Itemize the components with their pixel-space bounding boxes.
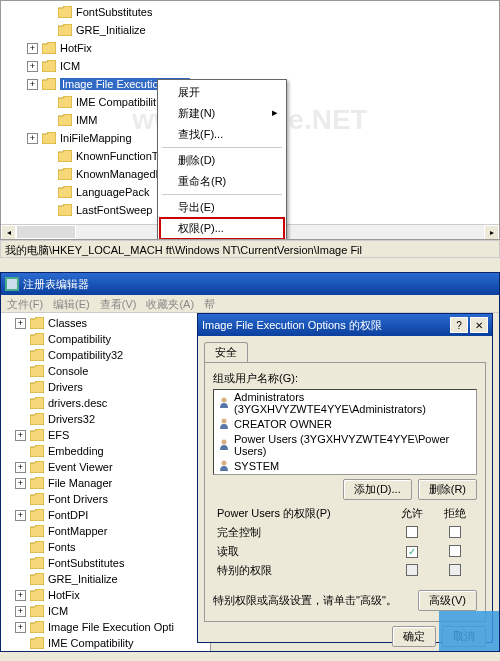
ok-button[interactable]: 确定 <box>392 626 436 647</box>
table-row: 特别的权限 <box>213 561 477 580</box>
tree-label: IME Compatibilit <box>76 96 156 108</box>
expand-toggle[interactable]: + <box>27 79 38 90</box>
tree-item[interactable]: FontSubstitutes <box>5 555 206 571</box>
expand-toggle[interactable]: + <box>27 61 38 72</box>
tree-item[interactable]: Compatibility32 <box>5 347 206 363</box>
tree-item[interactable]: Drivers <box>5 379 206 395</box>
expand-toggle[interactable]: + <box>15 606 26 617</box>
user-icon <box>218 417 230 431</box>
deny-checkbox[interactable] <box>449 545 461 557</box>
tree-item[interactable]: Console <box>5 363 206 379</box>
tree-item[interactable]: +Image File Execution Opti <box>5 619 206 635</box>
folder-icon <box>58 150 72 162</box>
tree-label: Fonts <box>48 541 76 553</box>
menu-item[interactable]: 权限(P)... <box>160 218 284 239</box>
table-row: 完全控制 <box>213 523 477 542</box>
tree-item[interactable]: +FontDPI <box>5 507 206 523</box>
title-bar[interactable]: 注册表编辑器 <box>1 273 499 295</box>
tree-label: FontMapper <box>48 525 107 537</box>
tree-label: FontDPI <box>48 509 88 521</box>
group-users-label: 组或用户名称(G): <box>213 371 477 386</box>
tree-item[interactable]: Drivers32 <box>5 411 206 427</box>
menu[interactable]: 查看(V) <box>100 297 137 310</box>
list-item[interactable]: SYSTEM <box>214 458 476 474</box>
col-allow: 允许 <box>390 504 434 523</box>
tree-item[interactable]: +HotFix <box>5 39 495 57</box>
tree-item[interactable]: +Classes <box>5 315 206 331</box>
list-item[interactable]: Users (3YGXHVYZWTE4YYE\Users) <box>214 474 476 475</box>
tree-label: Drivers <box>48 381 83 393</box>
tree-item[interactable]: +ICM <box>5 57 495 75</box>
tree-item[interactable]: +File Manager <box>5 475 206 491</box>
remove-button[interactable]: 删除(R) <box>418 479 477 500</box>
tree-label: FontSubstitutes <box>76 6 152 18</box>
dialog-title-bar[interactable]: Image File Execution Options 的权限 ? ✕ <box>198 314 492 336</box>
folder-icon <box>30 589 44 601</box>
advanced-button[interactable]: 高级(V) <box>418 590 477 611</box>
menu-item[interactable]: 查找(F)... <box>160 124 284 145</box>
menu[interactable]: 帮 <box>204 297 215 310</box>
menu-item[interactable]: 删除(D) <box>160 150 284 171</box>
tree-label: Compatibility32 <box>48 349 123 361</box>
tree-item[interactable]: drivers.desc <box>5 395 206 411</box>
menu[interactable]: 收藏夹(A) <box>146 297 194 310</box>
tree-item[interactable]: Fonts <box>5 539 206 555</box>
menu-item[interactable]: 展开 <box>160 82 284 103</box>
folder-icon <box>30 365 44 377</box>
tree-item[interactable]: Font Drivers <box>5 491 206 507</box>
expand-toggle[interactable]: + <box>27 133 38 144</box>
expand-toggle[interactable]: + <box>15 510 26 521</box>
scroll-thumb[interactable] <box>16 225 76 239</box>
svg-point-2 <box>222 398 227 403</box>
expand-toggle[interactable]: + <box>15 318 26 329</box>
folder-icon <box>30 413 44 425</box>
folder-icon <box>30 397 44 409</box>
expand-toggle[interactable]: + <box>15 430 26 441</box>
deny-checkbox[interactable] <box>449 526 461 538</box>
tree-label: Font Drivers <box>48 493 108 505</box>
help-button[interactable]: ? <box>450 317 468 333</box>
list-item[interactable]: Power Users (3YGXHVYZWTE4YYE\Power Users… <box>214 432 476 458</box>
registry-tree-panel: FontSubstitutesGRE_Initialize+HotFix+ICM… <box>0 0 500 240</box>
tree-item[interactable]: FontMapper <box>5 523 206 539</box>
menu-item[interactable]: 新建(N) <box>160 103 284 124</box>
menu-item[interactable]: 重命名(R) <box>160 171 284 192</box>
menu[interactable]: 编辑(E) <box>53 297 90 310</box>
expand-toggle[interactable]: + <box>15 622 26 633</box>
tab-security[interactable]: 安全 <box>204 342 248 362</box>
allow-checkbox[interactable] <box>406 546 418 558</box>
folder-icon <box>58 24 72 36</box>
user-list[interactable]: Administrators (3YGXHVYZWTE4YYE\Administ… <box>213 389 477 475</box>
tree-label: EFS <box>48 429 69 441</box>
list-item[interactable]: Administrators (3YGXHVYZWTE4YYE\Administ… <box>214 390 476 416</box>
folder-icon <box>58 186 72 198</box>
tree-label: HotFix <box>48 589 80 601</box>
close-button[interactable]: ✕ <box>470 317 488 333</box>
status-path: 我的电脑\HKEY_LOCAL_MACH ft\Windows NT\Curre… <box>0 240 500 258</box>
tree-item[interactable]: +EFS <box>5 427 206 443</box>
tree-item[interactable]: FontSubstitutes <box>5 3 495 21</box>
menu[interactable]: 文件(F) <box>7 297 43 310</box>
tree-label: Event Viewer <box>48 461 113 473</box>
allow-checkbox[interactable] <box>406 526 418 538</box>
expand-toggle[interactable]: + <box>15 590 26 601</box>
user-name: Power Users (3YGXHVYZWTE4YYE\Power Users… <box>234 433 472 457</box>
tree-item[interactable]: +HotFix <box>5 587 206 603</box>
tree-item[interactable]: +Event Viewer <box>5 459 206 475</box>
list-item[interactable]: CREATOR OWNER <box>214 416 476 432</box>
tree-item[interactable]: IME Compatibility <box>5 635 206 651</box>
perm-name: 读取 <box>213 542 390 561</box>
expand-toggle[interactable]: + <box>15 478 26 489</box>
expand-toggle[interactable]: + <box>27 43 38 54</box>
expand-toggle[interactable]: + <box>15 462 26 473</box>
tree-item[interactable]: Embedding <box>5 443 206 459</box>
tree-item[interactable]: Compatibility <box>5 331 206 347</box>
tree-item[interactable]: GRE_Initialize <box>5 571 206 587</box>
tree-item[interactable]: +ICM <box>5 603 206 619</box>
tree-item[interactable]: GRE_Initialize <box>5 21 495 39</box>
scroll-right-button[interactable]: ▸ <box>484 225 499 240</box>
scroll-left-button[interactable]: ◂ <box>1 225 16 240</box>
tree-label: FontSubstitutes <box>48 557 124 569</box>
menu-item[interactable]: 导出(E) <box>160 197 284 218</box>
add-button[interactable]: 添加(D)... <box>343 479 411 500</box>
